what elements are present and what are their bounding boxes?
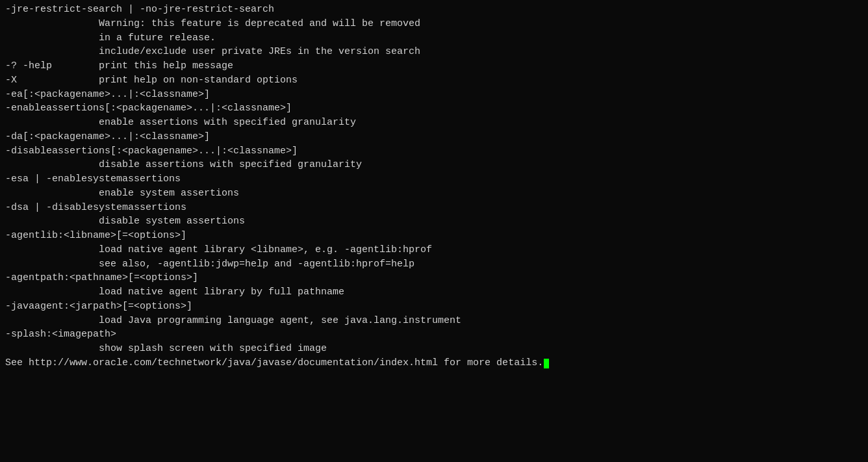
terminal-content: -jre-restrict-search | -no-jre-restrict-… bbox=[5, 3, 863, 370]
terminal-cursor bbox=[544, 359, 549, 368]
terminal-window[interactable]: -jre-restrict-search | -no-jre-restrict-… bbox=[0, 0, 868, 462]
